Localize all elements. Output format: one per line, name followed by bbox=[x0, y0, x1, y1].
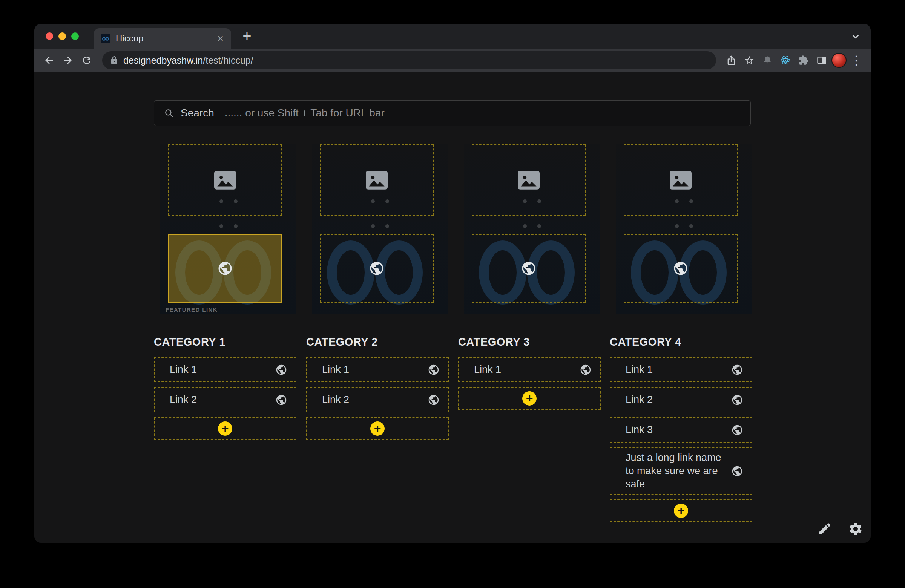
category-4: CATEGORY 4 Link 1 Link 2 Link 3 Just a l… bbox=[610, 336, 752, 522]
globe-icon bbox=[731, 465, 743, 477]
plus-icon: + bbox=[370, 422, 385, 436]
link-item[interactable]: Link 1 bbox=[306, 357, 449, 382]
traffic-lights bbox=[46, 32, 79, 40]
card-art-dots bbox=[523, 224, 541, 228]
link-item[interactable]: Just a long link name to make sure we ar… bbox=[610, 447, 752, 494]
featured-column-4 bbox=[616, 144, 752, 314]
globe-icon bbox=[673, 260, 689, 276]
link-item[interactable]: Link 2 bbox=[610, 387, 752, 412]
profile-avatar[interactable] bbox=[832, 53, 846, 68]
link-item[interactable]: Link 2 bbox=[306, 387, 449, 412]
category-title: CATEGORY 2 bbox=[306, 336, 449, 348]
link-item[interactable]: Link 1 bbox=[610, 357, 752, 382]
globe-icon bbox=[217, 260, 233, 276]
search-label: Search bbox=[181, 107, 214, 119]
image-placeholder-icon bbox=[366, 171, 387, 190]
add-link-button[interactable]: + bbox=[306, 417, 449, 440]
globe-icon bbox=[521, 260, 537, 276]
plus-icon: + bbox=[218, 422, 232, 436]
featured-link-slot-3[interactable] bbox=[472, 234, 586, 303]
featured-link-slot-1[interactable] bbox=[168, 234, 282, 303]
add-link-button[interactable]: + bbox=[154, 417, 296, 440]
page-content: Search ...... or use Shift + Tab for URL… bbox=[34, 72, 871, 543]
browser-menu-icon[interactable]: ⋮ bbox=[848, 52, 865, 68]
zoom-window-button[interactable] bbox=[71, 32, 79, 40]
add-link-button[interactable]: + bbox=[610, 499, 752, 522]
category-title: CATEGORY 1 bbox=[154, 336, 296, 348]
category-title: CATEGORY 3 bbox=[458, 336, 601, 348]
search-input[interactable]: Search ...... or use Shift + Tab for URL… bbox=[154, 100, 751, 126]
search-icon bbox=[164, 108, 174, 118]
image-placeholder-icon bbox=[214, 171, 236, 190]
globe-icon bbox=[731, 424, 743, 436]
featured-column-1: FEATURED LINK bbox=[160, 144, 296, 314]
tab-search-chevron-icon[interactable] bbox=[850, 31, 861, 42]
share-icon[interactable] bbox=[723, 52, 740, 68]
link-item[interactable]: Link 2 bbox=[154, 387, 296, 412]
bookmark-star-icon[interactable] bbox=[741, 52, 757, 68]
close-window-button[interactable] bbox=[46, 32, 53, 40]
forward-icon[interactable] bbox=[59, 52, 76, 69]
globe-icon bbox=[731, 394, 743, 406]
category-title: CATEGORY 4 bbox=[610, 336, 752, 348]
new-tab-button[interactable]: + bbox=[239, 27, 255, 45]
featured-image-slot-1[interactable] bbox=[168, 144, 282, 216]
back-icon[interactable] bbox=[40, 52, 58, 69]
search-hint: ...... or use Shift + Tab for URL bar bbox=[225, 107, 385, 119]
settings-button[interactable] bbox=[846, 520, 865, 538]
globe-icon bbox=[275, 394, 287, 406]
globe-icon bbox=[275, 364, 287, 376]
url-text: designedbyashw.in/test/hiccup/ bbox=[123, 55, 253, 66]
gear-icon bbox=[848, 521, 863, 536]
pencil-icon bbox=[817, 521, 832, 536]
tab-title: Hiccup bbox=[116, 33, 216, 44]
globe-icon bbox=[428, 364, 440, 376]
card-art-dots bbox=[219, 224, 238, 228]
card-art-dots bbox=[675, 224, 693, 228]
image-placeholder-icon bbox=[518, 171, 540, 190]
featured-column-2 bbox=[312, 144, 448, 314]
hiccup-favicon-icon bbox=[101, 33, 111, 43]
link-item[interactable]: Link 3 bbox=[610, 417, 752, 442]
category-3: CATEGORY 3 Link 1 + bbox=[458, 336, 601, 410]
add-link-button[interactable]: + bbox=[458, 387, 601, 410]
edit-button[interactable] bbox=[816, 520, 834, 538]
card-art-dots bbox=[371, 224, 389, 228]
card-caption: FEATURED LINK bbox=[165, 306, 218, 313]
globe-icon bbox=[580, 364, 592, 376]
url-bar[interactable]: designedbyashw.in/test/hiccup/ bbox=[102, 51, 716, 69]
extension-bell-icon[interactable] bbox=[759, 52, 776, 68]
plus-icon: + bbox=[522, 391, 537, 406]
browser-window: Hiccup × + designedbyashw.in/test/hiccup… bbox=[34, 24, 871, 543]
browser-tab[interactable]: Hiccup × bbox=[94, 28, 231, 49]
minimize-window-button[interactable] bbox=[59, 32, 66, 40]
lock-icon bbox=[110, 56, 119, 65]
globe-icon bbox=[428, 394, 440, 406]
featured-image-slot-4[interactable] bbox=[624, 144, 738, 216]
tab-close-icon[interactable]: × bbox=[216, 33, 224, 44]
link-item[interactable]: Link 1 bbox=[154, 357, 296, 382]
featured-image-slot-3[interactable] bbox=[472, 144, 586, 216]
tab-strip: Hiccup × + bbox=[34, 24, 871, 49]
atom-extension-icon[interactable] bbox=[777, 52, 794, 68]
featured-column-3 bbox=[464, 144, 600, 314]
featured-link-slot-4[interactable] bbox=[624, 234, 738, 303]
link-item[interactable]: Link 1 bbox=[458, 357, 601, 382]
featured-link-slot-2[interactable] bbox=[320, 234, 433, 303]
refresh-icon[interactable] bbox=[78, 52, 95, 69]
globe-icon bbox=[369, 260, 385, 276]
globe-icon bbox=[731, 364, 743, 376]
browser-toolbar: designedbyashw.in/test/hiccup/ ⋮ bbox=[34, 49, 871, 72]
image-placeholder-icon bbox=[670, 171, 692, 190]
extensions-puzzle-icon[interactable] bbox=[795, 52, 812, 68]
category-1: CATEGORY 1 Link 1 Link 2 + bbox=[154, 336, 296, 440]
side-panel-icon[interactable] bbox=[813, 52, 830, 68]
featured-image-slot-2[interactable] bbox=[320, 144, 433, 216]
category-2: CATEGORY 2 Link 1 Link 2 + bbox=[306, 336, 449, 440]
plus-icon: + bbox=[674, 504, 688, 518]
